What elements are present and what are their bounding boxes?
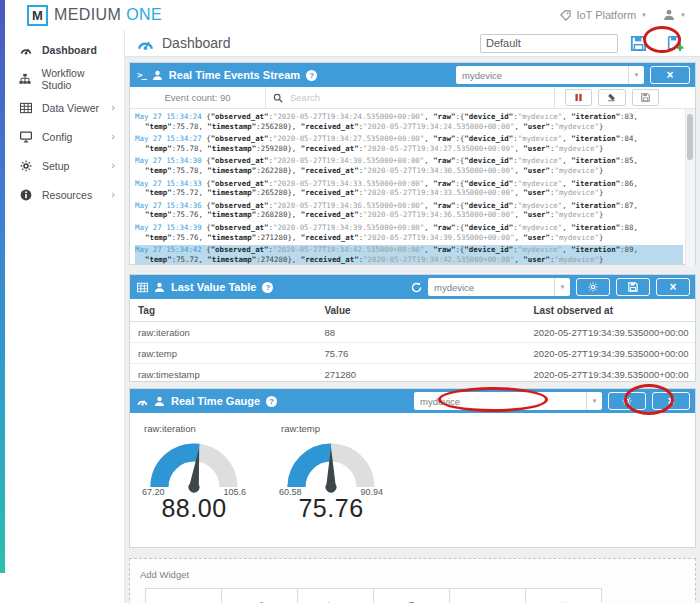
- add-widget-option-line-chart[interactable]: [449, 588, 526, 603]
- save-icon: [641, 93, 650, 102]
- dashboard-gauge-icon: [137, 35, 154, 52]
- sidebar-item-workflow-studio[interactable]: Workflow Studio: [0, 64, 124, 93]
- last-value-table-controls: mydevice ▼ ×: [411, 278, 690, 296]
- logo-mark: M: [27, 5, 48, 26]
- sidebar-item-label: Dashboard: [42, 44, 97, 56]
- table-cell: 2020-05-27T19:34:39.535000+00:00: [525, 327, 695, 338]
- events-stream-widget: >_ Real Time Events Stream ? mydevice ▼ …: [129, 62, 696, 265]
- log-scrollbar-thumb[interactable]: [687, 114, 693, 160]
- column-header: Tag: [130, 305, 316, 316]
- log-entry[interactable]: May 27 15:34:33 {"observed_at":"2020-05-…: [135, 179, 683, 198]
- add-dashboard-icon[interactable]: [667, 35, 684, 52]
- add-widget-option-list[interactable]: [525, 588, 602, 603]
- close-widget-button[interactable]: ×: [656, 278, 690, 296]
- log-entry[interactable]: May 27 15:34:39 {"observed_at":"2020-05-…: [135, 223, 683, 242]
- chevron-down-icon: ▼: [641, 12, 647, 18]
- main-area: Dashboard >_ Real Time Events Stream ?: [125, 30, 700, 603]
- table-icon: [18, 102, 33, 114]
- chevron-right-icon: ›: [111, 189, 115, 200]
- platform-menu[interactable]: IoT Platform ▼: [560, 9, 647, 21]
- add-widget-label: Add Widget: [140, 569, 695, 580]
- add-widget-option-bar-chart[interactable]: [297, 588, 374, 603]
- device-select[interactable]: mydevice ▼: [414, 392, 602, 410]
- pause-button[interactable]: [565, 89, 592, 106]
- help-icon[interactable]: ?: [306, 70, 317, 81]
- sidebar: DashboardWorkflow StudioData Viewer›Conf…: [0, 30, 125, 603]
- device-select-value: mydevice: [414, 392, 586, 410]
- save-dashboard-icon[interactable]: [630, 35, 647, 52]
- gauge-icon: [137, 396, 148, 407]
- tag-icon: [560, 10, 571, 21]
- settings-button[interactable]: [576, 278, 610, 296]
- sidebar-menu: DashboardWorkflow StudioData Viewer›Conf…: [0, 30, 124, 209]
- last-value-table: TagValueLast observed atraw:iteration882…: [130, 299, 695, 384]
- refresh-icon[interactable]: [411, 282, 422, 293]
- sidebar-item-data-viewer[interactable]: Data Viewer›: [0, 93, 124, 122]
- sidebar-item-dashboard[interactable]: Dashboard: [0, 35, 124, 64]
- sidebar-item-setup[interactable]: Setup›: [0, 151, 124, 180]
- device-select[interactable]: mydevice ▼: [428, 278, 570, 296]
- log-entry[interactable]: May 27 15:34:36 {"observed_at":"2020-05-…: [135, 201, 683, 220]
- table-row: raw:timestamp2712802020-05-27T19:34:39.5…: [130, 364, 695, 384]
- page-title: Dashboard: [162, 35, 231, 51]
- gear-icon: [18, 160, 33, 172]
- table-cell: raw:timestamp: [130, 369, 316, 380]
- page-header-controls: [480, 34, 692, 53]
- gear-icon: [588, 282, 598, 292]
- table-icon: [137, 282, 148, 293]
- clear-button[interactable]: [598, 89, 625, 106]
- gauge-max: 105.6: [223, 487, 246, 497]
- sidebar-item-label: Workflow Studio: [42, 67, 115, 91]
- gauge-label: raw:temp: [281, 423, 412, 434]
- add-widget-option-globe[interactable]: [373, 588, 450, 603]
- search-input[interactable]: [288, 91, 547, 104]
- sidebar-item-resources[interactable]: Resources›: [0, 180, 124, 209]
- chevron-down-icon: ▼: [628, 66, 644, 84]
- log-entry[interactable]: May 27 15:34:24 {"observed_at":"2020-05-…: [135, 112, 683, 131]
- terminal-icon: >_: [137, 70, 146, 80]
- help-icon[interactable]: ?: [262, 282, 273, 293]
- widget-title: Real Time Events Stream: [169, 69, 300, 81]
- settings-button[interactable]: [608, 392, 646, 410]
- log-entry[interactable]: May 27 15:34:42 {"observed_at":"2020-05-…: [135, 245, 683, 264]
- user-icon: [663, 9, 675, 21]
- gauge-widget-header: Real Time Gauge ? mydevice ▼ ×: [130, 389, 695, 413]
- user-menu[interactable]: ▼: [663, 9, 686, 21]
- add-widget-option-line-chart[interactable]: [145, 588, 222, 603]
- export-button[interactable]: [632, 89, 659, 106]
- widget-title: Real Time Gauge: [171, 395, 260, 407]
- desktop-icon: [18, 131, 33, 143]
- device-select[interactable]: mydevice ▼: [456, 66, 644, 84]
- log-entry[interactable]: May 27 15:34:30 {"observed_at":"2020-05-…: [135, 156, 683, 175]
- eraser-icon: [607, 93, 616, 102]
- gear-icon: [622, 396, 632, 406]
- log-entry[interactable]: May 27 15:34:27 {"observed_at":"2020-05-…: [135, 134, 683, 153]
- add-widget-option-pie-chart[interactable]: [221, 588, 298, 603]
- user-icon: [152, 70, 163, 81]
- brand-one: ONE: [126, 6, 162, 23]
- column-header: Last observed at: [525, 305, 695, 316]
- chevron-down-icon: ▼: [680, 12, 686, 18]
- user-icon: [154, 396, 165, 407]
- gauge-icon: [18, 44, 33, 56]
- table-cell: 75.76: [316, 348, 525, 359]
- close-widget-button[interactable]: ×: [650, 66, 690, 84]
- events-toolbar-buttons: [555, 87, 695, 108]
- page-header: Dashboard: [125, 30, 700, 57]
- add-widget-options: [146, 588, 695, 603]
- save-widget-button[interactable]: [616, 278, 650, 296]
- device-select-value: mydevice: [428, 278, 554, 296]
- user-icon: [154, 282, 165, 293]
- sidebar-item-config[interactable]: Config›: [0, 122, 124, 151]
- table-cell: raw:temp: [130, 348, 316, 359]
- device-select-value: mydevice: [456, 66, 628, 84]
- close-widget-button[interactable]: ×: [652, 392, 690, 410]
- log-scrollbar[interactable]: [685, 109, 695, 267]
- dashboard-name-input[interactable]: [480, 34, 618, 53]
- brand-medium: MEDIUM: [54, 6, 121, 23]
- info-icon: [18, 189, 33, 201]
- widget-title: Last Value Table: [171, 281, 256, 293]
- chevron-down-icon: ▼: [586, 392, 602, 410]
- help-icon[interactable]: ?: [266, 396, 277, 407]
- topbar: M MEDIUM ONE IoT Platform ▼ ▼: [0, 0, 700, 30]
